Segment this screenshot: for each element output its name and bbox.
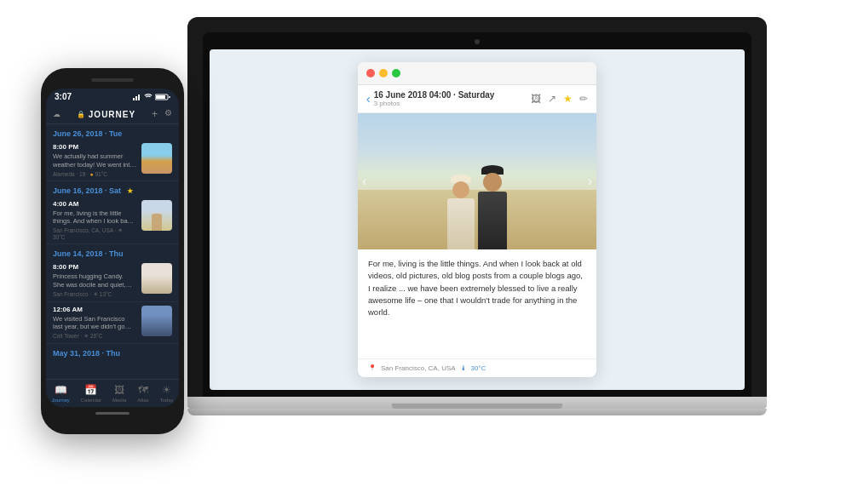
- phone-entry-1-text: 8:00 PM We actually had summer weather t…: [53, 143, 136, 177]
- battery-icon: [155, 94, 170, 100]
- phone-entry-2-time: 4:00 AM: [53, 200, 136, 208]
- couple-silhouette: [447, 165, 507, 249]
- journal-date-nav: ‹ 16 June 2018 04:00 · Saturday 3 photos: [366, 90, 494, 107]
- phone-entry-1-preview: We actually had summer weather today! We…: [53, 152, 136, 169]
- thumb-person: [141, 200, 172, 231]
- photo-icon[interactable]: 🖼: [531, 93, 541, 105]
- share-icon[interactable]: ↗: [548, 93, 556, 105]
- phone-time: 3:07: [55, 92, 72, 101]
- journal-footer: 📍 San Francisco, CA, USA 🌡 30°C: [358, 358, 596, 377]
- phone-entry-1[interactable]: 8:00 PM We actually had summer weather t…: [46, 140, 179, 181]
- phone-bottom-nav: 📖 Journey 📅 Calendar 🖼 Media 🗺 Atlas ☀: [46, 379, 179, 407]
- journal-photo-area: ‹ ›: [358, 113, 596, 249]
- phone-status-bar: 3:07: [46, 89, 179, 105]
- body: [447, 198, 475, 249]
- phone-entry-3-meta: San Francisco · ☀ 13°C: [53, 291, 136, 298]
- scene: ‹ 16 June 2018 04:00 · Saturday 3 photos…: [0, 0, 852, 504]
- lock-icon: 🔒: [77, 111, 85, 118]
- traffic-light-red[interactable]: [366, 69, 375, 77]
- nav-journey[interactable]: 📖 Journey: [51, 384, 69, 403]
- cloud-icon: ☁: [53, 110, 60, 118]
- phone-entries: June 26, 2018 · Tue 8:00 PM We actually …: [46, 124, 179, 359]
- phone-entry-2-thumb: [141, 200, 172, 231]
- phone-entry-4-text: 12:06 AM We visited San Francisco last y…: [53, 306, 136, 341]
- phone-app-header: ☁ 🔒 JOURNEY + ⚙: [46, 105, 179, 124]
- journey-nav-icon: 📖: [55, 384, 67, 396]
- calendar-nav-label: Calendar: [81, 398, 101, 403]
- laptop-base: [187, 397, 767, 409]
- journal-temperature: 30°C: [471, 364, 486, 372]
- star-badge: ★: [127, 187, 133, 195]
- svg-rect-0: [133, 98, 135, 100]
- photo-next-button[interactable]: ›: [588, 174, 592, 189]
- nav-media[interactable]: 🖼 Media: [112, 384, 126, 403]
- thumb-city: [141, 306, 172, 336]
- nav-calendar[interactable]: 📅 Calendar: [81, 384, 101, 403]
- phone-entry-4-meta: Coit Tower · ☀ 26°C: [53, 333, 136, 340]
- phone-entry-4-time: 12:06 AM: [53, 306, 136, 313]
- phone: 3:07: [41, 68, 184, 434]
- phone-entry-2[interactable]: 4:00 AM For me, living is the little thi…: [46, 197, 179, 245]
- laptop-screen-outer: ‹ 16 June 2018 04:00 · Saturday 3 photos…: [187, 17, 767, 397]
- atlas-nav-label: Atlas: [137, 398, 148, 403]
- phone-date-header-5: May 31, 2018 · Thu: [46, 344, 179, 359]
- phone-entry-3-time: 8:00 PM: [53, 263, 136, 271]
- phone-entry-4-preview: We visited San Francisco last year, but …: [53, 315, 136, 332]
- photo-prev-button[interactable]: ‹: [362, 174, 366, 189]
- journal-photos-count: 3 photos: [374, 100, 495, 107]
- settings-button[interactable]: ⚙: [164, 108, 172, 120]
- laptop: ‹ 16 June 2018 04:00 · Saturday 3 photos…: [187, 17, 767, 415]
- add-button[interactable]: +: [152, 108, 158, 120]
- laptop-display: ‹ 16 June 2018 04:00 · Saturday 3 photos…: [210, 49, 745, 390]
- laptop-camera: [475, 39, 480, 44]
- phone-entry-4[interactable]: 12:06 AM We visited San Francisco last y…: [46, 302, 179, 345]
- media-nav-icon: 🖼: [114, 384, 124, 396]
- journal-entry-date: 16 June 2018 04:00 · Saturday: [374, 90, 495, 100]
- edit-icon[interactable]: ✏: [579, 93, 588, 105]
- thumb-figure: [152, 214, 162, 231]
- body: [478, 192, 507, 249]
- location-icon: 📍: [368, 364, 377, 372]
- phone-app-right-icons: + ⚙: [152, 108, 172, 120]
- traffic-light-yellow[interactable]: [379, 69, 388, 77]
- phone-entry-3-text: 8:00 PM Princess hugging Candy. She was …: [53, 263, 136, 298]
- nav-atlas[interactable]: 🗺 Atlas: [137, 384, 148, 403]
- traffic-light-green[interactable]: [392, 69, 400, 77]
- phone-entry-3[interactable]: 8:00 PM Princess hugging Candy. She was …: [46, 260, 179, 302]
- journal-content: For me, living is the little things. And…: [358, 249, 596, 358]
- phone-speaker: [91, 78, 134, 82]
- head: [483, 173, 502, 192]
- journey-nav-label: Journey: [51, 398, 69, 403]
- svg-rect-5: [169, 96, 170, 98]
- nav-today[interactable]: ☀ Today: [159, 384, 173, 403]
- atlas-nav-icon: 🗺: [138, 384, 148, 396]
- phone-entry-2-text: 4:00 AM For me, living is the little thi…: [53, 200, 136, 241]
- star-icon[interactable]: ★: [563, 93, 573, 105]
- phone-date-header-2: June 16, 2018 · Sat ★: [46, 181, 179, 197]
- phone-entry-2-meta: San Francisco, CA, USA · ☀ 30°C: [53, 227, 136, 240]
- back-button[interactable]: ‹: [366, 92, 371, 106]
- today-nav-icon: ☀: [162, 384, 171, 396]
- svg-rect-1: [135, 96, 137, 100]
- media-nav-label: Media: [112, 398, 126, 403]
- journal-location: San Francisco, CA, USA: [381, 364, 456, 372]
- head: [452, 181, 469, 198]
- calendar-nav-icon: 📅: [84, 384, 97, 396]
- phone-home-indicator: [95, 412, 130, 415]
- journal-header-icons: 🖼 ↗ ★ ✏: [531, 93, 588, 105]
- today-nav-label: Today: [159, 398, 173, 403]
- phone-entry-1-time: 8:00 PM: [53, 143, 136, 151]
- person1: [447, 175, 475, 249]
- phone-entry-1-thumb: [141, 143, 172, 174]
- journal-titlebar: [358, 62, 596, 85]
- journal-text: For me, living is the little things. And…: [368, 258, 586, 318]
- phone-entry-1-meta: Alameda · 19 · ● 91°C: [53, 171, 136, 177]
- temp-icon: 🌡: [460, 364, 467, 372]
- wifi-icon: [144, 94, 153, 100]
- phone-app-title-group: 🔒 JOURNEY: [77, 110, 135, 119]
- phone-screen: 3:07: [46, 89, 179, 407]
- phone-app-title: JOURNEY: [89, 110, 135, 119]
- phone-entry-2-preview: For me, living is the little things. And…: [53, 209, 136, 226]
- phone-date-header-3: June 14, 2018 · Thu: [46, 244, 179, 260]
- phone-app-left-icons: ☁: [53, 110, 60, 118]
